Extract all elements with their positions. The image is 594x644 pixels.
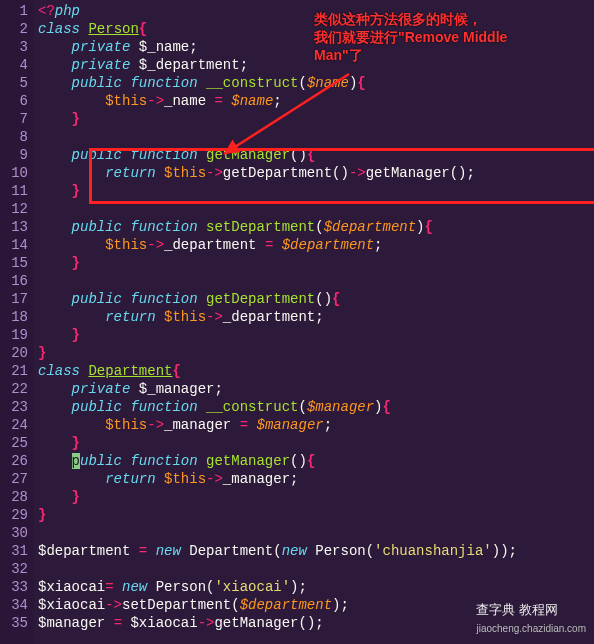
code-line[interactable]: }	[38, 110, 594, 128]
token	[38, 147, 72, 163]
line-number: 18	[0, 308, 28, 326]
annotation-line2: 我们就要进行"Remove Middle	[314, 28, 507, 46]
line-number: 2	[0, 20, 28, 38]
token: ublic	[80, 453, 130, 469]
code-line[interactable]: class Department{	[38, 362, 594, 380]
code-line[interactable]: public function getDepartment(){	[38, 290, 594, 308]
code-line[interactable]: return $this->_manager;	[38, 470, 594, 488]
token: $this	[105, 93, 147, 109]
code-editor[interactable]: 1234567891011121314151617181920212223242…	[0, 0, 594, 644]
line-number: 22	[0, 380, 28, 398]
token: ;	[189, 39, 197, 55]
token: getManager	[214, 615, 298, 631]
token: class	[38, 363, 88, 379]
line-number: 29	[0, 506, 28, 524]
token: =	[214, 93, 231, 109]
code-line[interactable]	[38, 200, 594, 218]
code-line[interactable]: }	[38, 254, 594, 272]
token: $_manager	[139, 381, 215, 397]
code-line[interactable]: $this->_manager = $manager;	[38, 416, 594, 434]
token	[38, 39, 72, 55]
token: _department	[223, 309, 315, 325]
code-line[interactable]: $this->_name = $name;	[38, 92, 594, 110]
annotation-callout: 类似这种方法很多的时候， 我们就要进行"Remove Middle Man"了	[314, 10, 507, 64]
code-line[interactable]: public function getManager(){	[38, 146, 594, 164]
code-line[interactable]: }	[38, 434, 594, 452]
token: ;	[315, 615, 323, 631]
token: private	[72, 39, 139, 55]
code-line[interactable]: }	[38, 344, 594, 362]
code-line[interactable]: $xiaocai= new Person('xiaocai');	[38, 578, 594, 596]
token: {	[139, 21, 147, 37]
token	[38, 111, 72, 127]
token: =	[265, 237, 282, 253]
token: )	[374, 399, 382, 415]
token: _name	[164, 93, 214, 109]
token	[38, 471, 105, 487]
code-line[interactable]: }	[38, 182, 594, 200]
code-line[interactable]: $department = new Department(new Person(…	[38, 542, 594, 560]
token: $manager	[38, 615, 114, 631]
token: ()	[290, 453, 307, 469]
token: public	[72, 291, 131, 307]
token: {	[383, 399, 391, 415]
token: ->	[147, 93, 164, 109]
token: $this	[105, 237, 147, 253]
token: ;	[299, 579, 307, 595]
code-line[interactable]	[38, 524, 594, 542]
code-line[interactable]: public function setDepartment($departmen…	[38, 218, 594, 236]
line-number: 32	[0, 560, 28, 578]
token: function	[130, 453, 206, 469]
token: ->	[198, 615, 215, 631]
token: }	[72, 183, 80, 199]
code-line[interactable]: }	[38, 506, 594, 524]
code-line[interactable]	[38, 128, 594, 146]
token: $department	[324, 219, 416, 235]
code-line[interactable]	[38, 272, 594, 290]
token: Person	[315, 543, 365, 559]
token: }	[72, 255, 80, 271]
code-line[interactable]: public function getManager(){	[38, 452, 594, 470]
token: $name	[307, 75, 349, 91]
code-line[interactable]: $this->_department = $department;	[38, 236, 594, 254]
token: {	[307, 453, 315, 469]
code-area[interactable]: 类似这种方法很多的时候， 我们就要进行"Remove Middle Man"了 …	[34, 0, 594, 644]
token: $this	[164, 471, 206, 487]
code-line[interactable]: private $_manager;	[38, 380, 594, 398]
line-number: 30	[0, 524, 28, 542]
code-line[interactable]	[38, 560, 594, 578]
code-line[interactable]: }	[38, 488, 594, 506]
code-line[interactable]: public function __construct($name){	[38, 74, 594, 92]
token: __construct	[206, 399, 298, 415]
line-number: 33	[0, 578, 28, 596]
token: ->	[206, 165, 223, 181]
token: private	[72, 57, 139, 73]
token: ;	[374, 237, 382, 253]
token: function	[130, 147, 206, 163]
token	[38, 399, 72, 415]
token: new	[156, 543, 190, 559]
code-line[interactable]: public function __construct($manager){	[38, 398, 594, 416]
code-line[interactable]: return $this->_department;	[38, 308, 594, 326]
code-line[interactable]: }	[38, 326, 594, 344]
line-number: 28	[0, 488, 28, 506]
token: =	[114, 615, 131, 631]
token: ;	[509, 543, 517, 559]
code-line[interactable]: return $this->getDepartment()->getManage…	[38, 164, 594, 182]
token: ;	[240, 57, 248, 73]
token: ;	[290, 471, 298, 487]
line-number: 14	[0, 236, 28, 254]
line-number: 25	[0, 434, 28, 452]
token: $xiaocai	[38, 579, 105, 595]
token	[38, 381, 72, 397]
token: <?	[38, 3, 55, 19]
token: p	[72, 453, 80, 469]
line-number: 13	[0, 218, 28, 236]
token: public	[72, 75, 131, 91]
line-number: 23	[0, 398, 28, 416]
token: }	[72, 489, 80, 505]
token: $department	[282, 237, 374, 253]
line-number: 34	[0, 596, 28, 614]
token: {	[357, 75, 365, 91]
token: ->	[206, 309, 223, 325]
